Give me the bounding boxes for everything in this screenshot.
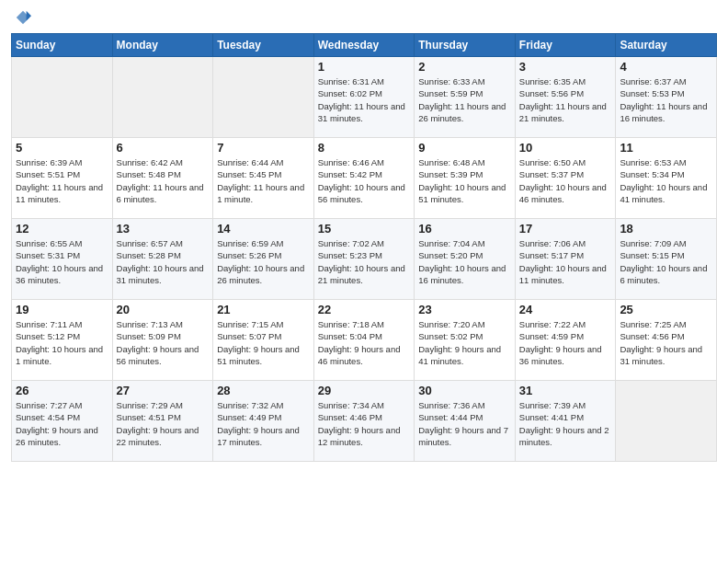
calendar-table: SundayMondayTuesdayWednesdayThursdayFrid… xyxy=(11,33,717,462)
day-number: 18 xyxy=(620,222,712,236)
day-info: Sunrise: 7:11 AM Sunset: 5:12 PM Dayligh… xyxy=(16,318,108,367)
day-number: 20 xyxy=(117,303,210,316)
day-info: Sunrise: 7:39 AM Sunset: 4:41 PM Dayligh… xyxy=(519,399,612,448)
day-number: 9 xyxy=(418,141,511,155)
calendar-cell: 16Sunrise: 7:04 AM Sunset: 5:20 PM Dayli… xyxy=(415,219,516,300)
calendar-cell: 15Sunrise: 7:02 AM Sunset: 5:23 PM Dayli… xyxy=(313,219,415,300)
calendar-cell: 27Sunrise: 7:29 AM Sunset: 4:51 PM Dayli… xyxy=(112,381,213,462)
day-info: Sunrise: 7:15 AM Sunset: 5:07 PM Dayligh… xyxy=(217,318,310,367)
day-info: Sunrise: 7:36 AM Sunset: 4:44 PM Dayligh… xyxy=(418,399,511,448)
day-number: 13 xyxy=(117,222,210,236)
weekday-header-friday: Friday xyxy=(515,34,616,57)
day-number: 12 xyxy=(16,222,108,236)
day-number: 19 xyxy=(16,303,108,316)
logo-icon xyxy=(15,9,31,26)
calendar-cell: 18Sunrise: 7:09 AM Sunset: 5:15 PM Dayli… xyxy=(616,219,717,300)
week-row-5: 26Sunrise: 7:27 AM Sunset: 4:54 PM Dayli… xyxy=(12,381,717,462)
calendar-cell: 4Sunrise: 6:37 AM Sunset: 5:53 PM Daylig… xyxy=(616,57,717,138)
day-number: 6 xyxy=(117,141,210,155)
weekday-header-tuesday: Tuesday xyxy=(213,34,314,57)
day-info: Sunrise: 6:35 AM Sunset: 5:56 PM Dayligh… xyxy=(519,75,612,124)
day-number: 14 xyxy=(217,222,310,236)
day-number: 2 xyxy=(418,60,511,74)
day-number: 17 xyxy=(519,222,612,236)
day-number: 15 xyxy=(318,222,411,236)
calendar-cell: 12Sunrise: 6:55 AM Sunset: 5:31 PM Dayli… xyxy=(12,219,113,300)
day-info: Sunrise: 6:50 AM Sunset: 5:37 PM Dayligh… xyxy=(519,156,612,205)
calendar-cell: 24Sunrise: 7:22 AM Sunset: 4:59 PM Dayli… xyxy=(515,300,616,381)
calendar-cell xyxy=(12,57,113,138)
calendar-cell: 6Sunrise: 6:42 AM Sunset: 5:48 PM Daylig… xyxy=(112,138,213,219)
calendar-cell: 1Sunrise: 6:31 AM Sunset: 6:02 PM Daylig… xyxy=(313,57,415,138)
day-info: Sunrise: 6:44 AM Sunset: 5:45 PM Dayligh… xyxy=(217,156,310,205)
day-info: Sunrise: 7:29 AM Sunset: 4:51 PM Dayligh… xyxy=(117,399,210,448)
day-number: 7 xyxy=(217,141,310,155)
day-number: 22 xyxy=(318,303,411,316)
day-number: 30 xyxy=(418,384,511,397)
day-info: Sunrise: 6:39 AM Sunset: 5:51 PM Dayligh… xyxy=(16,156,108,205)
day-info: Sunrise: 6:37 AM Sunset: 5:53 PM Dayligh… xyxy=(620,75,712,124)
calendar-cell: 26Sunrise: 7:27 AM Sunset: 4:54 PM Dayli… xyxy=(12,381,113,462)
calendar-cell: 14Sunrise: 6:59 AM Sunset: 5:26 PM Dayli… xyxy=(213,219,314,300)
day-number: 29 xyxy=(318,384,411,397)
day-info: Sunrise: 7:34 AM Sunset: 4:46 PM Dayligh… xyxy=(318,399,411,448)
calendar-cell: 29Sunrise: 7:34 AM Sunset: 4:46 PM Dayli… xyxy=(313,381,415,462)
day-number: 4 xyxy=(620,60,712,74)
day-info: Sunrise: 7:20 AM Sunset: 5:02 PM Dayligh… xyxy=(418,318,511,367)
weekday-header-monday: Monday xyxy=(112,34,213,57)
day-number: 26 xyxy=(16,384,108,397)
calendar-cell: 7Sunrise: 6:44 AM Sunset: 5:45 PM Daylig… xyxy=(213,138,314,219)
calendar-cell: 25Sunrise: 7:25 AM Sunset: 4:56 PM Dayli… xyxy=(616,300,717,381)
calendar-cell: 21Sunrise: 7:15 AM Sunset: 5:07 PM Dayli… xyxy=(213,300,314,381)
calendar-cell: 8Sunrise: 6:46 AM Sunset: 5:42 PM Daylig… xyxy=(313,138,415,219)
day-number: 8 xyxy=(318,141,411,155)
week-row-1: 1Sunrise: 6:31 AM Sunset: 6:02 PM Daylig… xyxy=(12,57,717,138)
calendar-cell: 19Sunrise: 7:11 AM Sunset: 5:12 PM Dayli… xyxy=(12,300,113,381)
week-row-4: 19Sunrise: 7:11 AM Sunset: 5:12 PM Dayli… xyxy=(12,300,717,381)
page-container: SundayMondayTuesdayWednesdayThursdayFrid… xyxy=(0,0,728,563)
day-number: 31 xyxy=(519,384,612,397)
day-info: Sunrise: 6:53 AM Sunset: 5:34 PM Dayligh… xyxy=(620,156,712,205)
day-number: 21 xyxy=(217,303,310,316)
calendar-cell: 5Sunrise: 6:39 AM Sunset: 5:51 PM Daylig… xyxy=(12,138,113,219)
svg-marker-1 xyxy=(27,11,31,21)
day-number: 3 xyxy=(519,60,612,74)
weekday-header-thursday: Thursday xyxy=(415,34,516,57)
day-info: Sunrise: 6:59 AM Sunset: 5:26 PM Dayligh… xyxy=(217,237,310,286)
day-number: 28 xyxy=(217,384,310,397)
weekday-header-wednesday: Wednesday xyxy=(313,34,415,57)
day-number: 23 xyxy=(418,303,511,316)
week-row-2: 5Sunrise: 6:39 AM Sunset: 5:51 PM Daylig… xyxy=(12,138,717,219)
day-info: Sunrise: 6:57 AM Sunset: 5:28 PM Dayligh… xyxy=(117,237,210,286)
calendar-cell: 3Sunrise: 6:35 AM Sunset: 5:56 PM Daylig… xyxy=(515,57,616,138)
day-info: Sunrise: 6:33 AM Sunset: 5:59 PM Dayligh… xyxy=(418,75,511,124)
week-row-3: 12Sunrise: 6:55 AM Sunset: 5:31 PM Dayli… xyxy=(12,219,717,300)
calendar-cell: 22Sunrise: 7:18 AM Sunset: 5:04 PM Dayli… xyxy=(313,300,415,381)
calendar-cell: 10Sunrise: 6:50 AM Sunset: 5:37 PM Dayli… xyxy=(515,138,616,219)
day-number: 27 xyxy=(117,384,210,397)
calendar-cell: 2Sunrise: 6:33 AM Sunset: 5:59 PM Daylig… xyxy=(415,57,516,138)
day-info: Sunrise: 6:46 AM Sunset: 5:42 PM Dayligh… xyxy=(318,156,411,205)
day-info: Sunrise: 7:18 AM Sunset: 5:04 PM Dayligh… xyxy=(318,318,411,367)
day-info: Sunrise: 7:13 AM Sunset: 5:09 PM Dayligh… xyxy=(117,318,210,367)
day-info: Sunrise: 7:02 AM Sunset: 5:23 PM Dayligh… xyxy=(318,237,411,286)
day-info: Sunrise: 6:48 AM Sunset: 5:39 PM Dayligh… xyxy=(418,156,511,205)
day-info: Sunrise: 7:09 AM Sunset: 5:15 PM Dayligh… xyxy=(620,237,712,286)
day-info: Sunrise: 7:04 AM Sunset: 5:20 PM Dayligh… xyxy=(418,237,511,286)
calendar-cell: 9Sunrise: 6:48 AM Sunset: 5:39 PM Daylig… xyxy=(415,138,516,219)
day-info: Sunrise: 7:25 AM Sunset: 4:56 PM Dayligh… xyxy=(620,318,712,367)
calendar-cell: 23Sunrise: 7:20 AM Sunset: 5:02 PM Dayli… xyxy=(415,300,516,381)
day-info: Sunrise: 6:55 AM Sunset: 5:31 PM Dayligh… xyxy=(16,237,108,286)
calendar-cell: 31Sunrise: 7:39 AM Sunset: 4:41 PM Dayli… xyxy=(515,381,616,462)
calendar-cell xyxy=(213,57,314,138)
weekday-header-saturday: Saturday xyxy=(616,34,717,57)
calendar-cell: 13Sunrise: 6:57 AM Sunset: 5:28 PM Dayli… xyxy=(112,219,213,300)
day-number: 16 xyxy=(418,222,511,236)
calendar-cell: 17Sunrise: 7:06 AM Sunset: 5:17 PM Dayli… xyxy=(515,219,616,300)
day-info: Sunrise: 7:32 AM Sunset: 4:49 PM Dayligh… xyxy=(217,399,310,448)
header xyxy=(11,9,717,26)
day-number: 1 xyxy=(318,60,411,74)
calendar-cell: 11Sunrise: 6:53 AM Sunset: 5:34 PM Dayli… xyxy=(616,138,717,219)
calendar-cell: 30Sunrise: 7:36 AM Sunset: 4:44 PM Dayli… xyxy=(415,381,516,462)
day-info: Sunrise: 7:27 AM Sunset: 4:54 PM Dayligh… xyxy=(16,399,108,448)
